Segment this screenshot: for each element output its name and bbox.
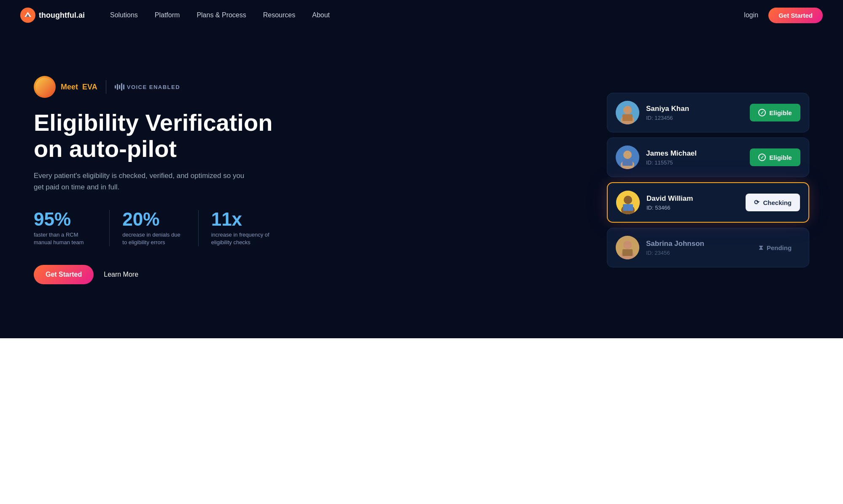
hero-left: Meet EVA VOICE ENABLED Eligibility Verif…: [34, 76, 287, 284]
nav-resources[interactable]: Resources: [263, 11, 295, 19]
eva-avatar-inner: [35, 78, 54, 96]
check-icon-0: ✓: [758, 109, 766, 116]
svg-rect-8: [622, 159, 633, 166]
cards-container: Saniya Khan ID: 123456 ✓ Eligible: [607, 93, 809, 267]
voice-enabled-badge: VOICE ENABLED: [115, 83, 180, 91]
avatar-image-0: [616, 101, 639, 124]
patient-name-0: Saniya Khan: [646, 105, 743, 113]
checking-spinner: ⟳: [754, 199, 760, 206]
status-badge-1: ✓ Eligible: [750, 148, 800, 166]
nav-links: Solutions Platform Plans & Process Resou…: [110, 11, 744, 19]
meet-text: Meet: [61, 83, 78, 91]
nav-right: login Get Started: [744, 8, 823, 23]
svg-point-14: [623, 241, 632, 249]
eva-label: Meet EVA: [61, 83, 97, 92]
avatar-image-3: [616, 236, 639, 259]
nav-about[interactable]: About: [312, 11, 330, 19]
patient-info-2: David William ID: 53466: [646, 194, 739, 211]
heading-line1: Eligibility Verification: [34, 109, 272, 136]
patient-name-2: David William: [646, 194, 739, 203]
nav-get-started-button[interactable]: Get Started: [768, 8, 823, 23]
patient-avatar-0: [616, 101, 639, 124]
stat-desc-0: faster than a RCM manual human team: [34, 231, 97, 246]
stat-number-1: 20%: [122, 210, 185, 229]
hero-buttons: Get Started Learn More: [34, 265, 287, 284]
check-icon-1: ✓: [758, 154, 766, 161]
login-link[interactable]: login: [744, 11, 758, 19]
voice-bars: [115, 83, 124, 91]
navbar: thoughtful.ai Solutions Platform Plans &…: [0, 0, 843, 30]
hero-section: Meet EVA VOICE ENABLED Eligibility Verif…: [0, 30, 843, 338]
pending-icon: ⧗: [759, 244, 763, 251]
voice-bar-1: [115, 85, 116, 89]
eva-divider: [106, 80, 106, 94]
voice-bar-2: [117, 84, 118, 90]
status-badge-0: ✓ Eligible: [750, 104, 800, 121]
voice-bar-4: [121, 83, 122, 91]
svg-point-10: [624, 196, 632, 204]
hero-subtext: Every patient's eligibility is checked, …: [34, 170, 253, 193]
voice-bar-3: [119, 85, 120, 89]
patient-card-1: James Michael ID: 115575 ✓ Eligible: [607, 137, 809, 177]
patient-id-1: ID: 115575: [646, 159, 743, 166]
patient-avatar-1: [616, 146, 639, 169]
voice-bar-5: [123, 84, 124, 89]
status-label-3: Pending: [767, 244, 792, 251]
stat-item-2: 11x increase in frequency of eligibility…: [198, 210, 287, 246]
svg-rect-12: [623, 204, 633, 211]
patient-id-2: ID: 53466: [646, 205, 739, 211]
patient-id-0: ID: 123456: [646, 115, 743, 121]
patient-name-3: Sabrina Johnson: [646, 240, 743, 248]
hero-heading: Eligibility Verification on auto-pilot: [34, 110, 287, 162]
eva-avatar: [34, 76, 56, 98]
nav-plans[interactable]: Plans & Process: [197, 11, 246, 19]
hero-right: Saniya Khan ID: 123456 ✓ Eligible: [287, 93, 809, 267]
heading-line2: on auto-pilot: [34, 135, 177, 162]
status-label-1: Eligible: [769, 154, 792, 161]
patient-info-1: James Michael ID: 115575: [646, 149, 743, 166]
nav-platform[interactable]: Platform: [155, 11, 180, 19]
hero-get-started-button[interactable]: Get Started: [34, 265, 94, 284]
stat-item-1: 20% decrease in denials due to eligibili…: [109, 210, 198, 246]
svg-rect-16: [622, 249, 633, 256]
logo-text: thoughtful.ai: [39, 11, 85, 20]
logo-icon: [20, 8, 35, 23]
status-label-2: Checking: [763, 199, 792, 206]
patient-avatar-2: [616, 191, 640, 214]
patient-info-0: Saniya Khan ID: 123456: [646, 105, 743, 121]
patient-card-2: David William ID: 53466 ⟳ Checking: [607, 182, 809, 223]
stat-item-0: 95% faster than a RCM manual human team: [34, 210, 109, 246]
stat-desc-2: increase in frequency of eligibility che…: [211, 231, 274, 246]
patient-id-3: ID: 23456: [646, 250, 743, 256]
status-badge-3: ⧗ Pending: [750, 239, 800, 256]
status-badge-2: ⟳ Checking: [746, 194, 800, 211]
status-label-0: Eligible: [769, 109, 792, 116]
stat-desc-1: decrease in denials due to eligibility e…: [122, 231, 185, 246]
stat-number-0: 95%: [34, 210, 97, 229]
hero-learn-more-button[interactable]: Learn More: [104, 271, 138, 278]
svg-rect-4: [622, 114, 633, 121]
avatar-image-2: [616, 191, 640, 214]
patient-name-1: James Michael: [646, 149, 743, 158]
avatar-image-1: [616, 146, 639, 169]
eva-badge: Meet EVA VOICE ENABLED: [34, 76, 287, 98]
eva-name: EVA: [82, 83, 97, 91]
patient-avatar-3: [616, 236, 639, 259]
stat-number-2: 11x: [211, 210, 274, 229]
voice-enabled-text: VOICE ENABLED: [127, 84, 180, 90]
patient-card-3: Sabrina Johnson ID: 23456 ⧗ Pending: [607, 228, 809, 267]
stats-row: 95% faster than a RCM manual human team …: [34, 210, 287, 246]
svg-point-6: [623, 151, 632, 159]
patient-card-0: Saniya Khan ID: 123456 ✓ Eligible: [607, 93, 809, 132]
logo[interactable]: thoughtful.ai: [20, 8, 85, 23]
svg-point-2: [623, 106, 632, 114]
white-section: [0, 338, 843, 423]
patient-info-3: Sabrina Johnson ID: 23456: [646, 240, 743, 256]
nav-solutions[interactable]: Solutions: [110, 11, 138, 19]
